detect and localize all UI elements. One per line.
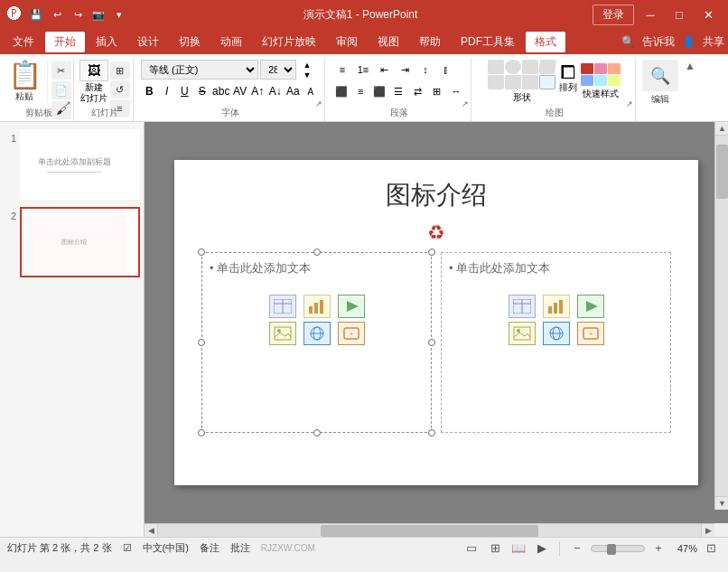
zoom-slider-thumb[interactable] [607, 544, 616, 555]
slide-reset-button[interactable]: ↺ [110, 80, 130, 98]
web-icon[interactable] [303, 322, 331, 345]
bullet-list-button[interactable]: ≡ [332, 60, 352, 80]
login-button[interactable]: 登录 [593, 5, 634, 25]
zoom-slider[interactable] [591, 545, 645, 552]
slide-sorter-button[interactable]: ⊞ [485, 540, 505, 557]
customize-qa-button[interactable]: ▾ [110, 5, 128, 23]
menu-slideshow[interactable]: 幻灯片放映 [253, 32, 325, 52]
slide-2-thumb[interactable]: 图标介绍 [20, 207, 140, 277]
present-view-button[interactable]: ▶ [532, 540, 552, 557]
decrease-indent-button[interactable]: ⇤ [374, 60, 394, 80]
menu-home[interactable]: 开始 [45, 32, 85, 52]
search-label[interactable]: 告诉我 [642, 34, 675, 50]
zoom-in-button[interactable]: + [649, 540, 668, 557]
content-box-2[interactable]: • 单击此处添加文本 [441, 252, 671, 433]
media-icon-2[interactable] [577, 295, 604, 318]
drawing-expand[interactable]: ↗ [626, 99, 633, 108]
close-button[interactable]: ✕ [695, 5, 721, 23]
handle-bottom-left[interactable] [198, 429, 205, 436]
new-slide-button[interactable]: 🖼 新建幻灯片 [79, 60, 108, 104]
minimize-button[interactable]: ─ [638, 5, 663, 23]
scroll-right-button[interactable]: ▶ [701, 524, 714, 538]
scroll-thumb[interactable] [716, 145, 728, 199]
notes-button[interactable]: 备注 [200, 541, 219, 555]
paragraph-expand[interactable]: ↗ [462, 99, 469, 108]
align-left-button[interactable]: ⬛ [332, 81, 350, 101]
text-direction-button[interactable]: ⇄ [409, 81, 427, 101]
scroll-left-button[interactable]: ◀ [145, 524, 158, 538]
handle-right[interactable] [428, 339, 435, 346]
chart-icon[interactable] [303, 295, 331, 318]
present-button[interactable]: 📷 [89, 5, 107, 23]
redo-button[interactable]: ↪ [69, 5, 87, 23]
columns-button[interactable]: ⫿ [436, 60, 456, 80]
fit-window-button[interactable]: ⊡ [701, 540, 721, 557]
share-label[interactable]: 共享 [703, 34, 724, 50]
cut-button[interactable]: ✂ [51, 61, 71, 80]
table-icon[interactable] [269, 295, 296, 318]
picture-icon-2[interactable] [509, 322, 536, 345]
menu-format[interactable]: 格式 [526, 32, 565, 52]
media-icon[interactable] [338, 295, 365, 318]
font-expand[interactable]: ↗ [315, 99, 322, 108]
align-center-button[interactable]: ≡ [351, 81, 369, 101]
italic-button[interactable]: I [159, 81, 176, 101]
decrease-font-size-button[interactable]: ▼ [297, 70, 317, 80]
shadow-button[interactable]: abc [211, 81, 230, 101]
handle-left[interactable] [198, 339, 205, 346]
font-name-select[interactable]: 等线 (正文) [141, 60, 258, 80]
menu-transition[interactable]: 切换 [170, 32, 210, 52]
numbered-list-button[interactable]: 1≡ [353, 60, 373, 80]
smart-art-button[interactable]: ⊞ [428, 81, 446, 101]
slide-layout-button[interactable]: ⊞ [110, 61, 130, 80]
copy-button[interactable]: 📄 [51, 81, 71, 99]
increase-font-size-button[interactable]: ▲ [297, 60, 317, 70]
normal-view-button[interactable]: ▭ [462, 540, 481, 557]
increase-indent-button[interactable]: ⇥ [395, 60, 415, 80]
comments-button[interactable]: 批注 [230, 541, 250, 555]
quick-styles-button[interactable]: 快速样式 [581, 60, 621, 100]
convert-button[interactable]: ↔ [447, 81, 465, 101]
object-icon[interactable]: + [338, 322, 365, 345]
maximize-button[interactable]: □ [667, 5, 692, 23]
table-icon-2[interactable] [509, 295, 536, 318]
handle-top-right[interactable] [428, 248, 435, 256]
undo-button[interactable]: ↩ [48, 5, 66, 23]
handle-top-left[interactable] [198, 248, 205, 256]
shapes-button[interactable]: 形状 [488, 60, 555, 104]
chart-icon-2[interactable] [543, 295, 570, 318]
save-button[interactable]: 💾 [27, 5, 45, 23]
find-button[interactable]: 🔍 [642, 60, 678, 91]
menu-animation[interactable]: 动画 [211, 32, 251, 52]
handle-bottom[interactable] [313, 429, 321, 436]
underline-button[interactable]: U [176, 81, 193, 101]
char-spacing-button[interactable]: AV [231, 81, 248, 101]
justify-button[interactable]: ☰ [389, 81, 407, 101]
zoom-out-button[interactable]: − [567, 540, 587, 557]
h-scroll-thumb[interactable] [321, 525, 537, 537]
line-spacing-button[interactable]: ↕ [415, 60, 435, 80]
scroll-up-button[interactable]: ▲ [715, 122, 728, 136]
decrease-font-button[interactable]: A↓ [266, 81, 284, 101]
menu-view[interactable]: 视图 [369, 32, 408, 52]
menu-review[interactable]: 审阅 [327, 32, 367, 52]
menu-design[interactable]: 设计 [128, 32, 168, 52]
menu-file[interactable]: 文件 [4, 32, 43, 52]
font-color-button[interactable]: A [302, 81, 319, 101]
handle-top[interactable] [313, 248, 321, 256]
strikethrough-button[interactable]: S [194, 81, 211, 101]
web-icon-2[interactable] [543, 322, 570, 345]
clipboard-expand[interactable]: ↗ [64, 99, 71, 108]
reading-view-button[interactable]: 📖 [509, 540, 528, 557]
ribbon-collapse[interactable]: ▲ [685, 58, 695, 72]
change-case-button[interactable]: Aa [285, 81, 302, 101]
handle-bottom-right[interactable] [428, 429, 435, 436]
scroll-down-button[interactable]: ▼ [715, 496, 728, 510]
picture-icon[interactable] [269, 322, 296, 345]
content-box-1[interactable]: • 单击此处添加文本 [201, 252, 432, 433]
font-size-select[interactable]: 28 [260, 60, 296, 80]
slide-1-thumb[interactable]: 单击此处添加副标题 [20, 129, 140, 200]
increase-font-button[interactable]: A↑ [249, 81, 266, 101]
paste-button[interactable]: 📋 [6, 60, 43, 90]
menu-pdf[interactable]: PDF工具集 [452, 32, 524, 52]
